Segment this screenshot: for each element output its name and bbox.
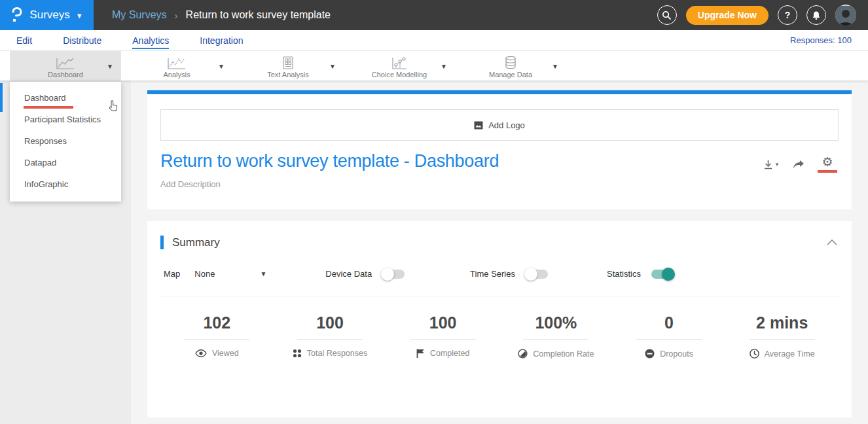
stat-label: Completed: [430, 349, 469, 358]
user-avatar[interactable]: [835, 5, 856, 26]
chevron-up-icon: [827, 239, 837, 245]
statistics-label: Statistics: [607, 269, 641, 279]
questionpro-logo-icon: [10, 7, 24, 24]
toolbar-label: Dashboard: [48, 71, 83, 79]
survey-header-card: Add Logo Return to work survey template …: [147, 90, 852, 209]
breadcrumb-my-surveys[interactable]: My Surveys: [112, 9, 167, 21]
stat-dropouts: 0 Dropouts: [613, 313, 726, 359]
breadcrumb: My Surveys › Return to work survey templ…: [94, 0, 657, 30]
stat-label: Viewed: [212, 349, 239, 358]
stat-average-time: 2 mins Average Time: [725, 313, 839, 359]
chevron-down-icon: ▼: [260, 270, 266, 277]
breadcrumb-separator: ›: [175, 10, 178, 21]
search-button[interactable]: [657, 5, 677, 25]
flag-icon: [416, 349, 425, 358]
dashboard-dropdown-menu: Dashboard Participant Statistics Respons…: [10, 82, 121, 202]
toolbar-choice-modelling[interactable]: Choice Modelling ▼: [344, 51, 455, 80]
topbar: Surveys ▼ My Surveys › Return to work su…: [0, 0, 868, 30]
toolbar-dashboard[interactable]: Dashboard ▼: [10, 51, 121, 80]
divider: [523, 339, 588, 340]
chevron-down-icon: ▼: [774, 162, 780, 168]
chevron-down-icon[interactable]: ▼: [329, 62, 336, 69]
database-icon: [503, 56, 518, 70]
collapse-section-button[interactable]: [827, 239, 837, 245]
toggle-knob: [381, 268, 394, 281]
map-selected-value: None: [194, 269, 215, 279]
summary-card: Summary Map None ▼ Device Data Time Seri…: [147, 221, 852, 417]
share-icon: [793, 160, 805, 169]
chevron-down-icon[interactable]: ▼: [107, 62, 113, 69]
device-data-toggle[interactable]: [382, 270, 405, 279]
section-accent-bar: [160, 236, 164, 249]
divider: [636, 339, 702, 340]
upgrade-now-button[interactable]: Upgrade Now: [686, 6, 769, 25]
line-chart-icon: [167, 56, 187, 70]
nav-distribute[interactable]: Distribute: [63, 32, 101, 49]
help-button[interactable]: ?: [778, 5, 797, 25]
menu-item-datapad[interactable]: Datapad: [10, 152, 121, 173]
line-chart-icon: [56, 56, 75, 70]
topbar-actions: Upgrade Now ?: [657, 0, 868, 30]
add-logo-dropzone[interactable]: Add Logo: [160, 109, 839, 141]
nav-edit[interactable]: Edit: [16, 32, 32, 49]
toolbar-label: Choice Modelling: [372, 71, 427, 79]
summary-section-title: Summary: [172, 236, 220, 249]
stat-total-responses: 100 Total Responses: [274, 313, 387, 359]
page-title[interactable]: Return to work survey template - Dashboa…: [160, 151, 499, 171]
add-description-field[interactable]: Add Description: [147, 173, 852, 189]
minus-circle-icon: [645, 349, 655, 359]
menu-item-dashboard[interactable]: Dashboard: [10, 87, 121, 109]
device-data-label: Device Data: [325, 269, 372, 279]
stat-label: Completion Rate: [533, 349, 594, 359]
menu-item-participant-statistics[interactable]: Participant Statistics: [10, 109, 121, 130]
divider: [750, 339, 815, 340]
hand-cursor-icon: [107, 99, 120, 113]
responses-count: Responses: 100: [790, 35, 852, 45]
share-button[interactable]: [793, 160, 805, 169]
stat-value: 100: [316, 313, 344, 332]
map-select[interactable]: None ▼: [194, 269, 266, 279]
statistics-toggle[interactable]: [651, 270, 674, 279]
map-label: Map: [164, 269, 180, 279]
analytics-toolbar: Dashboard ▼ Analysis ▼ Text Analysis ▼ C…: [0, 51, 868, 80]
clock-icon: [750, 349, 759, 359]
toolbar-analysis[interactable]: Analysis ▼: [121, 51, 232, 80]
toolbar-manage-data[interactable]: Manage Data ▼: [455, 51, 566, 80]
download-icon: [763, 160, 773, 170]
news-grid-icon: [281, 56, 295, 70]
chevron-down-icon[interactable]: ▼: [218, 62, 225, 69]
stat-value: 100: [429, 313, 457, 332]
time-series-label: Time Series: [470, 269, 515, 279]
stat-label: Dropouts: [660, 349, 693, 359]
time-series-toggle[interactable]: [526, 270, 548, 279]
product-switcher[interactable]: Surveys ▼: [0, 0, 94, 30]
toolbar-label: Analysis: [164, 71, 190, 79]
stat-completion-rate: 100% Completion Rate: [499, 313, 613, 359]
download-button[interactable]: ▼: [763, 160, 780, 170]
image-icon: [474, 121, 483, 130]
stat-value: 2 mins: [756, 313, 808, 332]
menu-item-infographic[interactable]: InfoGraphic: [10, 173, 121, 195]
bell-icon: [812, 10, 821, 20]
divider: [297, 339, 363, 340]
nav-integration[interactable]: Integration: [200, 32, 243, 49]
toolbar-text-analysis[interactable]: Text Analysis ▼: [232, 51, 344, 80]
question-mark-icon: ?: [785, 10, 791, 20]
eye-icon: [195, 349, 207, 357]
toolbar-label: Text Analysis: [267, 71, 309, 79]
toolbar-label: Manage Data: [489, 71, 532, 79]
nav-analytics[interactable]: Analytics: [132, 32, 169, 49]
title-actions: ▼ ⚙: [763, 151, 837, 173]
add-logo-label: Add Logo: [488, 120, 525, 130]
stat-value: 100%: [535, 313, 577, 332]
settings-active-underline: [818, 170, 837, 173]
chevron-down-icon[interactable]: ▼: [441, 62, 447, 69]
scatter-chart-icon: [391, 56, 408, 70]
settings-button[interactable]: ⚙: [818, 156, 837, 173]
half-circle-icon: [518, 349, 528, 359]
stat-completed: 100 Completed: [386, 313, 499, 359]
menu-item-responses[interactable]: Responses: [10, 130, 121, 152]
stat-label: Average Time: [765, 349, 815, 359]
chevron-down-icon[interactable]: ▼: [552, 62, 558, 69]
notifications-button[interactable]: [806, 5, 826, 25]
